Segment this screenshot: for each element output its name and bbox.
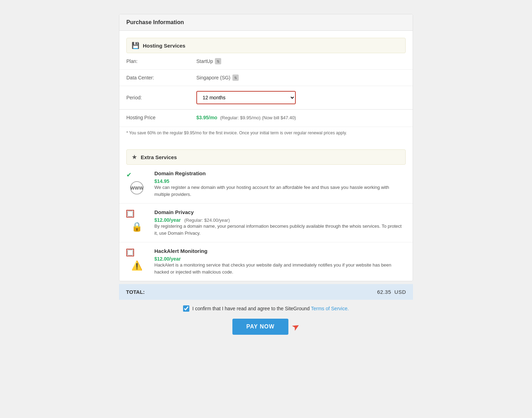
service-item-domain-registration: ✔ WWW Domain Registration $14.95 We can …: [119, 165, 413, 204]
domain-privacy-checkbox-row: [126, 210, 147, 218]
hackalert-title-row: HackAlert Monitoring: [154, 248, 406, 254]
price-main: $3.95/mo: [196, 115, 217, 120]
total-bar: TOTAL: 62.35 USD: [119, 284, 413, 300]
savings-note: * You save 60% on the regular $9.95/mo f…: [119, 127, 413, 142]
pay-now-button[interactable]: PAY NOW: [232, 319, 289, 335]
hackalert-price-main: $12.00/year: [154, 256, 181, 262]
plan-label: Plan:: [126, 58, 196, 64]
check-icon-domain-reg: ✔: [126, 171, 132, 179]
hosting-price-value: $3.95/mo (Regular: $9.95/mo) (Now bill $…: [196, 115, 296, 120]
hosting-title: Hosting Services: [143, 43, 186, 49]
domain-privacy-price-row: $12.00/year (Regular: $24.00/year): [154, 217, 406, 223]
period-label: Period:: [126, 95, 196, 100]
domain-reg-checkbox-row: ✔: [126, 171, 147, 179]
plan-row: Plan: StartUp ⇅: [119, 53, 413, 70]
plan-value-container: StartUp ⇅: [196, 58, 221, 64]
confirm-text: I confirm that I have read and agree to …: [192, 306, 349, 311]
plan-spinner-icon[interactable]: ⇅: [215, 58, 221, 64]
extra-services-header: ★ Extra Services: [126, 149, 406, 165]
star-icon: ★: [132, 153, 137, 161]
total-amount: 62.35 USD: [377, 289, 406, 295]
period-row: Period: 1 month 3 months 6 months 12 mon…: [119, 86, 413, 109]
total-label: TOTAL:: [126, 289, 145, 295]
extra-services-title: Extra Services: [141, 154, 177, 160]
datacenter-value: Singapore (SG): [196, 75, 230, 80]
domain-reg-name: Domain Registration: [154, 170, 206, 176]
tos-link[interactable]: Terms of Service.: [311, 306, 349, 311]
purchase-card: Purchase Information 💾 Hosting Services …: [119, 14, 413, 281]
service-left-domain-reg: ✔ WWW: [126, 170, 147, 198]
datacenter-spinner-icon[interactable]: ⇅: [232, 75, 239, 81]
domain-privacy-price-main: $12.00/year: [154, 217, 181, 223]
hosting-icon: 💾: [132, 42, 139, 49]
confirm-text-label: I confirm that I have read and agree to …: [192, 306, 309, 311]
datacenter-label: Data Center:: [126, 75, 196, 80]
service-right-domain-reg: Domain Registration $14.95 We can regist…: [154, 170, 406, 198]
domain-reg-title-row: Domain Registration: [154, 170, 406, 176]
price-regular: (Regular: $9.95/mo) (Now bill $47.40): [220, 115, 296, 120]
warning-icon: ⚠️: [130, 258, 144, 272]
confirm-row: I confirm that I have read and agree to …: [119, 300, 413, 314]
hackalert-checkbox[interactable]: [127, 250, 133, 255]
hosting-services-header: 💾 Hosting Services: [126, 38, 406, 53]
hosting-price-row: Hosting Price $3.95/mo (Regular: $9.95/m…: [119, 109, 413, 125]
lock-icon: 🔒: [130, 220, 144, 234]
hackalert-price-row: $12.00/year: [154, 256, 406, 262]
domain-privacy-checkbox[interactable]: [127, 211, 133, 217]
domain-reg-price-main: $14.95: [154, 178, 169, 184]
hackalert-description: HackAlert is a monitoring service that c…: [154, 262, 406, 275]
service-left-domain-privacy: 🔒: [126, 209, 147, 236]
domain-privacy-description: By registering a domain name, your perso…: [154, 223, 406, 236]
pay-now-row: PAY NOW ➤: [119, 314, 413, 345]
service-item-hackalert: ⚠️ HackAlert Monitoring $12.00/year Hack…: [119, 242, 413, 281]
cursor-arrow-icon: ➤: [290, 320, 302, 333]
www-icon: WWW: [130, 181, 144, 195]
domain-privacy-price-regular: (Regular: $24.00/year): [184, 218, 230, 223]
hackalert-name: HackAlert Monitoring: [154, 248, 208, 254]
hosting-price-label: Hosting Price: [126, 115, 196, 120]
card-header: Purchase Information: [119, 14, 413, 31]
domain-privacy-name: Domain Privacy: [154, 209, 194, 215]
period-select-wrapper: 1 month 3 months 6 months 12 months 24 m…: [196, 91, 296, 104]
datacenter-row: Data Center: Singapore (SG) ⇅: [119, 70, 413, 86]
hackalert-checkbox-row: [126, 249, 147, 256]
extra-services-section: ★ Extra Services ✔ WWW Domain Registrati…: [119, 149, 413, 281]
total-currency: USD: [394, 289, 406, 295]
service-right-domain-privacy: Domain Privacy $12.00/year (Regular: $24…: [154, 209, 406, 236]
hackalert-checkbox-wrapper[interactable]: [126, 249, 134, 256]
service-item-domain-privacy: 🔒 Domain Privacy $12.00/year (Regular: $…: [119, 204, 413, 242]
total-amount-value: 62.35: [377, 289, 391, 295]
domain-privacy-checkbox-wrapper[interactable]: [126, 210, 134, 218]
service-right-hackalert: HackAlert Monitoring $12.00/year HackAle…: [154, 248, 406, 275]
page-title: Purchase Information: [126, 19, 184, 25]
domain-reg-description: We can register a new domain with your h…: [154, 184, 406, 198]
datacenter-value-container: Singapore (SG) ⇅: [196, 75, 239, 81]
period-select[interactable]: 1 month 3 months 6 months 12 months 24 m…: [197, 92, 295, 104]
domain-reg-price-row: $14.95: [154, 178, 406, 184]
confirm-checkbox[interactable]: [183, 305, 189, 312]
page-wrapper: Purchase Information 💾 Hosting Services …: [119, 14, 413, 345]
domain-privacy-title-row: Domain Privacy: [154, 209, 406, 215]
service-left-hackalert: ⚠️: [126, 248, 147, 275]
plan-value: StartUp: [196, 58, 213, 64]
